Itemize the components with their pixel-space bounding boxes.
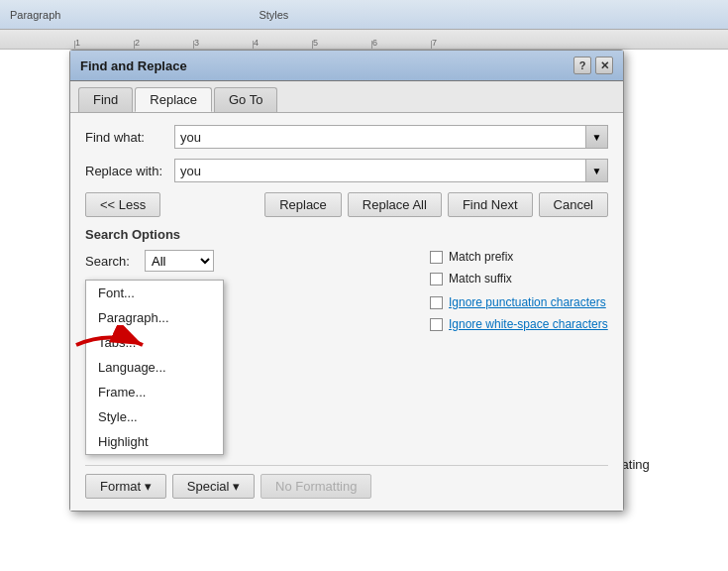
ribbon-section-styles: Styles — [259, 9, 288, 21]
ruler-6: 6 — [371, 41, 431, 49]
menu-item-paragraph[interactable]: Paragraph... — [86, 305, 223, 330]
menu-item-language[interactable]: Language... — [86, 355, 223, 380]
bottom-buttons-row: Format ▾ Special ▾ No Formatting — [85, 465, 608, 499]
menu-item-frame[interactable]: Frame... — [86, 380, 223, 404]
menu-item-style[interactable]: Style... — [86, 404, 223, 429]
cancel-button[interactable]: Cancel — [539, 192, 608, 217]
match-suffix-row: Match suffix — [430, 272, 608, 286]
ignore-punct-label: Ignore punctuation characters — [449, 295, 606, 309]
tab-goto[interactable]: Go To — [214, 87, 277, 112]
checkboxes-area: Match prefix Match suffix Ignore punctua… — [420, 250, 608, 455]
match-prefix-label: Match prefix — [449, 250, 513, 264]
ignore-ws-row: Ignore white-space characters — [430, 317, 608, 331]
ribbon: Paragraph Styles — [0, 0, 728, 30]
search-left: Search: All Up Down Font... Paragraph...… — [85, 250, 420, 455]
dialog-titlebar: Find and Replace ? ✕ — [70, 51, 623, 81]
special-button[interactable]: Special ▾ — [172, 474, 255, 499]
ribbon-section-paragraph: Paragraph — [10, 9, 60, 21]
less-button[interactable]: << Less — [85, 192, 160, 217]
ignore-checkboxes: Ignore punctuation characters Ignore whi… — [430, 295, 608, 331]
dialog-tabs: Find Replace Go To — [70, 81, 623, 113]
find-what-dropdown[interactable]: ▼ — [586, 125, 608, 149]
ignore-ws-checkbox[interactable] — [430, 318, 443, 331]
ignore-ws-label: Ignore white-space characters — [449, 317, 608, 331]
tab-find[interactable]: Find — [78, 87, 133, 112]
search-options-area: Search: All Up Down Font... Paragraph...… — [85, 250, 608, 455]
replace-with-row: Replace with: ▼ — [85, 159, 608, 182]
ruler-1: 1 — [74, 41, 134, 49]
menu-item-tabs[interactable]: Tabs... — [86, 330, 223, 355]
search-options-label: Search Options — [85, 227, 608, 242]
search-type-select[interactable]: All Up Down — [145, 250, 214, 272]
match-prefix-checkbox[interactable] — [430, 251, 443, 264]
replace-button[interactable]: Replace — [264, 192, 342, 217]
dialog-close-button[interactable]: ✕ — [595, 57, 613, 74]
menu-item-font[interactable]: Font... — [86, 281, 223, 305]
no-formatting-button: No Formatting — [260, 474, 371, 499]
action-buttons-row: << Less Replace Replace All Find Next Ca… — [85, 192, 608, 217]
ruler-marks: 1 2 3 4 5 6 7 — [0, 30, 490, 49]
ruler-2: 2 — [134, 41, 193, 49]
format-button[interactable]: Format ▾ — [85, 474, 166, 499]
search-type-label: Search: — [85, 254, 145, 269]
ignore-punct-checkbox[interactable] — [430, 296, 443, 309]
ruler-3: 3 — [193, 41, 253, 49]
find-what-label: Find what: — [85, 130, 174, 145]
dialog-help-button[interactable]: ? — [573, 57, 591, 74]
find-what-row: Find what: ▼ — [85, 125, 608, 149]
find-what-input[interactable] — [174, 125, 586, 149]
replace-with-dropdown[interactable]: ▼ — [586, 159, 608, 182]
menu-item-highlight[interactable]: Highlight — [86, 429, 223, 454]
find-replace-dialog: Find and Replace ? ✕ Find Replace Go To … — [69, 50, 624, 512]
ruler-7: 7 — [431, 41, 490, 49]
match-suffix-label: Match suffix — [449, 272, 512, 286]
dialog-controls: ? ✕ — [573, 57, 613, 74]
dialog-body: Find what: ▼ Replace with: ▼ << Less Rep… — [70, 113, 623, 511]
search-type-row: Search: All Up Down — [85, 250, 420, 272]
paragraph-label: Paragraph — [10, 9, 60, 21]
replace-with-label: Replace with: — [85, 164, 174, 178]
match-suffix-checkbox[interactable] — [430, 273, 443, 286]
find-next-button[interactable]: Find Next — [448, 192, 533, 217]
replace-all-button[interactable]: Replace All — [348, 192, 442, 217]
replace-with-input[interactable] — [174, 159, 586, 182]
styles-label: Styles — [259, 9, 288, 21]
ignore-punct-row: Ignore punctuation characters — [430, 295, 608, 309]
ruler-4: 4 — [253, 41, 312, 49]
ruler-5: 5 — [312, 41, 371, 49]
dialog-title: Find and Replace — [80, 58, 187, 73]
ruler: 1 2 3 4 5 6 7 — [0, 30, 728, 50]
format-dropdown-menu: Font... Paragraph... Tabs... Language...… — [85, 280, 224, 455]
tab-replace[interactable]: Replace — [135, 87, 212, 112]
match-prefix-row: Match prefix — [430, 250, 608, 264]
